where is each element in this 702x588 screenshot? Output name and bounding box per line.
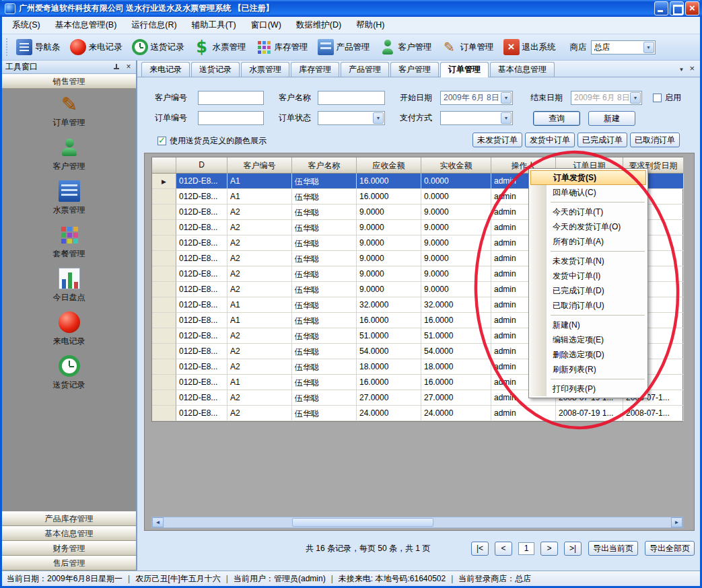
document-tab[interactable]: 库存管理 (291, 62, 339, 77)
context-menu-item[interactable]: 发货中订单(I) (530, 268, 646, 283)
sidebar-item[interactable]: 客户管理 (2, 133, 136, 176)
header-customer-name[interactable]: 客户名称 (292, 157, 357, 174)
store-select[interactable]: 总店 (591, 40, 656, 54)
context-menu-item[interactable]: 今天的订单(T) (530, 205, 646, 219)
header-received[interactable]: 实收金额 (421, 157, 491, 174)
order-status-select[interactable] (318, 111, 385, 125)
row-selector[interactable] (152, 282, 176, 297)
context-menu-item[interactable]: 今天的发货订单(O) (530, 219, 646, 234)
pin-icon[interactable] (113, 64, 120, 71)
prev-page-button[interactable]: < (495, 542, 512, 556)
row-selector[interactable] (152, 375, 176, 390)
export-all-pages-button[interactable]: 导出全部页 (645, 541, 695, 556)
end-date-picker[interactable]: 2009年 6月 8日 (571, 91, 642, 105)
tab-close-icon[interactable] (689, 62, 695, 74)
toolbar-button[interactable]: 客户管理 (375, 36, 437, 58)
header-receivable[interactable]: 应收金额 (357, 157, 421, 174)
customer-no-input[interactable] (198, 91, 264, 105)
menu-item[interactable]: 运行信息(R) (124, 17, 184, 34)
page-number-input[interactable] (518, 542, 534, 555)
context-menu-item[interactable]: 已完成订单(D) (530, 283, 646, 298)
menu-item[interactable]: 系统(S) (5, 17, 48, 34)
context-menu-item[interactable] (530, 200, 646, 205)
export-current-page-button[interactable]: 导出当前页 (588, 541, 638, 556)
toolbar-button[interactable]: 库存管理 (251, 36, 313, 58)
row-selector[interactable] (152, 406, 176, 421)
horizontal-scrollbar[interactable] (151, 517, 683, 528)
filter-cancelled-button[interactable]: 已取消订单 (630, 133, 680, 147)
document-tab[interactable]: 客户管理 (390, 62, 439, 77)
row-selector[interactable] (152, 220, 176, 235)
sidebar-group-sales[interactable]: 销售管理 (2, 74, 136, 89)
row-selector[interactable] (152, 205, 176, 220)
toolbar-button[interactable]: 订单管理 (437, 36, 499, 58)
toolbar-button[interactable]: 导航条 (11, 36, 65, 58)
toolbar-button[interactable]: 水票管理 (189, 36, 251, 58)
row-selector[interactable] (152, 344, 176, 359)
table-row[interactable]: 012D-E8... A2 伍华聪 24.0000 24.0000 admin … (152, 406, 682, 421)
toolbar-button[interactable]: 送货记录 (127, 36, 189, 58)
scroll-right-icon[interactable] (671, 517, 682, 527)
row-selector[interactable] (152, 390, 176, 406)
sidebar-group[interactable]: 产品库存管理 (2, 511, 136, 526)
context-menu-item[interactable]: 已取消订单(U) (530, 298, 646, 313)
chevron-down-icon[interactable] (373, 112, 384, 124)
context-menu-item[interactable] (530, 313, 646, 318)
context-menu-item[interactable]: 刷新列表(R) (530, 362, 646, 377)
row-selector[interactable] (152, 235, 176, 251)
menu-item[interactable]: 数据维护(D) (289, 17, 349, 34)
filter-shipping-button[interactable]: 发货中订单 (525, 133, 575, 147)
row-selector[interactable] (152, 359, 176, 375)
header-id[interactable]: D (176, 157, 227, 174)
scrollbar-thumb[interactable] (292, 518, 433, 527)
maximize-button[interactable] (670, 1, 684, 15)
sidebar-item[interactable]: 送货记录 (2, 351, 136, 395)
context-menu-item[interactable]: 订单发货(S) (530, 170, 646, 185)
document-tab[interactable]: 送货记录 (191, 62, 240, 77)
tab-list-dropdown-icon[interactable] (678, 62, 684, 74)
context-menu-item[interactable] (530, 377, 646, 381)
document-tab[interactable]: 基本信息管理 (490, 62, 555, 77)
row-selector[interactable] (152, 266, 176, 282)
sidebar-group[interactable]: 基本信息管理 (2, 526, 136, 541)
header-customer-no[interactable]: 客户编号 (227, 157, 292, 174)
order-no-input[interactable] (198, 111, 264, 125)
chevron-down-icon[interactable] (501, 112, 512, 124)
document-tab[interactable]: 水票管理 (241, 62, 289, 77)
pay-method-select[interactable] (440, 111, 513, 125)
next-page-button[interactable]: > (540, 542, 558, 556)
context-menu-item[interactable]: 新建(N) (530, 318, 646, 332)
filter-completed-button[interactable]: 已完成订单 (577, 133, 627, 147)
last-page-button[interactable]: >| (564, 542, 582, 556)
sidebar-item[interactable]: 今日盘点 (2, 264, 136, 307)
customer-name-input[interactable] (318, 91, 385, 105)
context-menu-item[interactable]: 回单确认(C) (530, 185, 646, 200)
sidebar-item[interactable]: 套餐管理 (2, 220, 136, 264)
first-page-button[interactable]: |< (471, 542, 489, 556)
row-selector[interactable] (152, 297, 176, 313)
context-menu-item[interactable]: 删除选定项(D) (530, 347, 646, 362)
close-button[interactable] (685, 1, 699, 15)
context-menu-item[interactable]: 所有的订单(A) (530, 234, 646, 249)
sidebar-item[interactable]: 来电记录 (2, 307, 136, 351)
menu-item[interactable]: 窗口(W) (244, 17, 289, 34)
row-selector[interactable] (152, 251, 176, 266)
enable-checkbox[interactable] (653, 94, 662, 102)
toolbar-button[interactable]: 退出系统 (499, 36, 561, 58)
sidebar-group[interactable]: 售后管理 (2, 556, 136, 571)
delivery-color-checkbox[interactable] (157, 137, 166, 145)
chevron-down-icon[interactable] (643, 42, 654, 53)
sidebar-item[interactable]: 水票管理 (2, 176, 136, 220)
document-tab[interactable]: 来电记录 (141, 62, 190, 77)
filter-unshipped-button[interactable]: 未发货订单 (472, 133, 522, 147)
context-menu-item[interactable]: 编辑选定项(E) (530, 332, 646, 347)
start-date-picker[interactable]: 2009年 6月 8日 (440, 91, 513, 105)
document-tab[interactable]: 产品管理 (341, 62, 389, 77)
sidebar-group[interactable]: 财务管理 (2, 541, 136, 556)
row-selector[interactable] (152, 313, 176, 328)
menu-item[interactable]: 帮助(H) (349, 17, 392, 34)
menu-item[interactable]: 基本信息管理(B) (48, 17, 125, 34)
toolbar-button[interactable]: 产品管理 (313, 36, 375, 58)
chevron-down-icon[interactable] (630, 92, 641, 104)
row-selector[interactable] (152, 328, 176, 344)
